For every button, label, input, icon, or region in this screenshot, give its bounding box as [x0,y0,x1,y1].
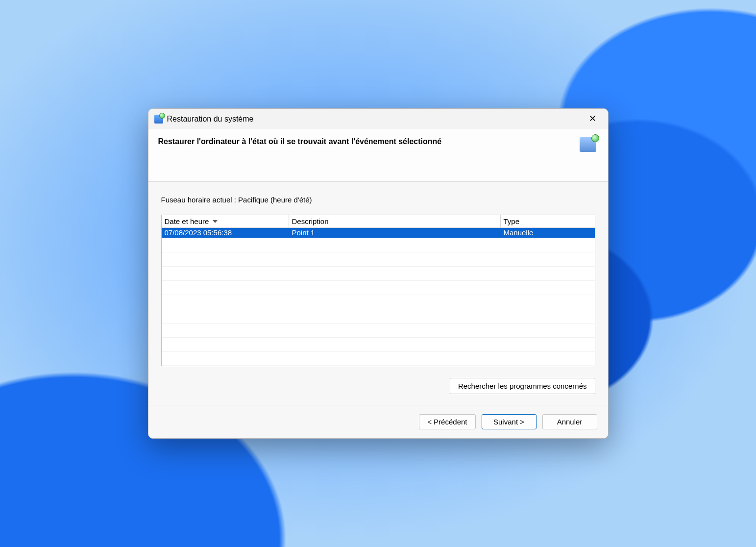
cancel-button[interactable]: Annuler [542,414,597,429]
table-empty-row [162,309,595,323]
cell-date: 07/08/2023 05:56:38 [162,228,289,238]
system-restore-large-icon [580,137,596,152]
column-header-description[interactable]: Description [289,215,501,227]
column-header-date[interactable]: Date et heure [162,215,289,227]
table-empty-row [162,323,595,337]
table-empty-row [162,238,595,252]
wizard-header: Restaurer l'ordinateur à l'état où il se… [148,129,608,182]
cell-description: Point 1 [289,228,501,238]
column-header-date-label: Date et heure [165,217,209,225]
column-header-description-label: Description [292,217,329,225]
table-empty-row [162,351,595,366]
window-title: Restauration du système [167,115,254,124]
back-button[interactable]: < Précédent [419,414,475,429]
table-empty-row [162,337,595,351]
table-empty-row [162,295,595,309]
wizard-body: Fuseau horaire actuel : Pacifique (heure… [148,182,608,405]
next-button[interactable]: Suivant > [482,414,537,429]
chevron-down-icon [213,220,218,223]
timezone-label: Fuseau horaire actuel : Pacifique (heure… [161,196,595,204]
close-icon: ✕ [589,114,596,123]
system-restore-window: Restauration du système ✕ Restaurer l'or… [148,108,609,439]
cell-type: Manuelle [501,228,586,238]
table-row[interactable]: 07/08/2023 05:56:38 Point 1 Manuelle [162,228,595,238]
page-title: Restaurer l'ordinateur à l'état où il se… [158,137,442,146]
table-header: Date et heure Description Type [162,215,595,228]
scan-row: Rechercher les programmes concernés [161,378,595,394]
system-restore-icon [154,115,163,124]
column-header-type[interactable]: Type [501,215,586,227]
wizard-footer: < Précédent Suivant > Annuler [148,405,608,438]
table-empty-row [162,252,595,266]
table-empty-row [162,280,595,295]
table-empty-row [162,266,595,280]
restore-points-table: Date et heure Description Type 07/08/202… [161,215,595,366]
titlebar[interactable]: Restauration du système ✕ [148,109,608,129]
scan-affected-programs-button[interactable]: Rechercher les programmes concernés [450,378,595,394]
close-button[interactable]: ✕ [582,112,604,126]
column-header-type-label: Type [504,217,520,225]
titlebar-left: Restauration du système [154,115,254,124]
